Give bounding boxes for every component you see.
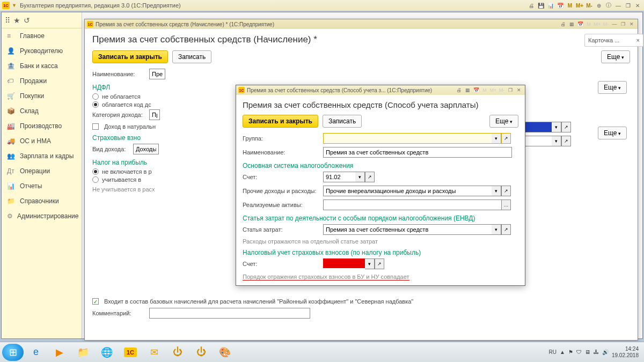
sidebar-item-assets[interactable]: 🚚ОС и НМА xyxy=(2,134,82,149)
m-plus-icon[interactable]: M+ xyxy=(489,87,497,93)
sidebar-item-purchases[interactable]: 🛒Покупки xyxy=(2,88,82,104)
sidebar-item-production[interactable]: 🏭Производство xyxy=(2,119,82,134)
name-input[interactable] xyxy=(149,69,165,79)
dropdown-icon[interactable]: ▾ xyxy=(552,122,561,132)
account2-selector[interactable]: ▾ ↗ xyxy=(323,258,384,269)
tray-sound-icon[interactable]: 🔊 xyxy=(602,349,609,355)
print-icon[interactable]: 🖨 xyxy=(455,87,463,93)
open-icon[interactable]: ↗ xyxy=(375,258,384,269)
save-icon[interactable]: 💾 xyxy=(537,2,545,9)
m-plus-icon[interactable]: M+ xyxy=(575,2,584,9)
chk-base[interactable]: Входит в состав базовых начислений для р… xyxy=(92,298,630,305)
side-tab-card[interactable]: Карточка ... × xyxy=(584,34,643,47)
dropdown-icon[interactable]: ▾ xyxy=(355,172,365,182)
sidebar-item-salary[interactable]: 👥Зарплата и кадры xyxy=(2,149,82,164)
maximize-icon[interactable]: ❐ xyxy=(619,21,627,27)
minimize-icon[interactable]: — xyxy=(611,21,618,27)
tray-lang[interactable]: RU xyxy=(549,349,557,355)
sidebar-item-operations[interactable]: ДтОперации xyxy=(2,164,82,179)
dropdown-icon[interactable]: ▾ xyxy=(552,136,561,146)
open-icon[interactable]: ↗ xyxy=(561,136,571,146)
save-close-button[interactable]: Записать и закрыть xyxy=(92,50,168,63)
close-icon[interactable]: ✕ xyxy=(628,21,635,27)
open-icon[interactable]: ↗ xyxy=(365,172,375,182)
start-button[interactable]: ⊞ xyxy=(2,344,24,361)
sidebar-item-bank[interactable]: 🏦Банк и касса xyxy=(2,58,82,73)
more-button-right-1[interactable]: Еще xyxy=(598,81,627,94)
cost-item-input[interactable] xyxy=(323,224,492,235)
modal-save-close-button[interactable]: Записать и закрыть xyxy=(243,115,318,128)
task-1c-icon[interactable]: 1C xyxy=(119,344,142,361)
open-icon[interactable]: ↗ xyxy=(501,133,511,144)
close-icon[interactable]: ✕ xyxy=(515,87,523,93)
print-icon[interactable]: 🖨 xyxy=(527,2,536,9)
dropdown-icon[interactable]: ▾ xyxy=(365,258,375,269)
task-ie-icon[interactable]: e xyxy=(25,344,47,361)
m-icon[interactable]: M xyxy=(585,21,592,27)
sidebar-item-sales[interactable]: 🏷Продажи xyxy=(2,73,82,88)
dropdown-icon[interactable]: ▾ xyxy=(492,133,501,144)
m-minus-icon[interactable]: M- xyxy=(498,87,506,93)
apps-icon[interactable]: ⠿ xyxy=(5,16,10,25)
m-icon[interactable]: M xyxy=(481,87,488,93)
dropdown-icon[interactable]: ▼ xyxy=(12,3,17,8)
open-icon[interactable]: ↗ xyxy=(501,186,511,196)
income-type-input[interactable] xyxy=(133,144,159,154)
m-minus-icon[interactable]: M- xyxy=(602,21,610,27)
open-icon[interactable]: ↗ xyxy=(561,122,571,132)
m-plus-icon[interactable]: M+ xyxy=(594,21,601,27)
task-power2-icon[interactable]: ⏻ xyxy=(190,344,213,361)
maximize-icon[interactable]: ❐ xyxy=(624,2,632,9)
account-selector[interactable]: ▾ ↗ xyxy=(323,172,375,182)
dropdown-icon[interactable]: ▾ xyxy=(492,186,501,196)
grid-icon[interactable]: ▦ xyxy=(464,87,471,93)
info-icon[interactable]: ⓘ xyxy=(604,2,613,9)
maximize-icon[interactable]: ❐ xyxy=(507,87,514,93)
modal-name-input[interactable] xyxy=(323,147,512,158)
print-icon[interactable]: 🖨 xyxy=(559,21,567,27)
target-icon[interactable]: ⊕ xyxy=(595,2,603,9)
close-icon[interactable]: × xyxy=(636,37,640,43)
sidebar-item-manager[interactable]: 👤Руководителю xyxy=(2,43,82,58)
sidebar-item-main[interactable]: ≡Главное xyxy=(2,28,82,43)
group-selector[interactable]: ▾ ↗ xyxy=(323,133,511,144)
tray-shield-icon[interactable]: 🛡 xyxy=(576,349,582,355)
group-input[interactable] xyxy=(323,133,492,144)
save-button[interactable]: Записать xyxy=(172,50,211,63)
ellipsis-icon[interactable]: … xyxy=(501,200,511,210)
tray-net-icon[interactable]: 🖧 xyxy=(594,349,599,355)
modal-more-button[interactable]: Еще xyxy=(489,115,518,128)
other-input[interactable] xyxy=(323,186,492,196)
other-selector[interactable]: ▾ ↗ xyxy=(323,186,511,196)
minimize-icon[interactable]: — xyxy=(614,2,623,9)
task-power-icon[interactable]: ⏻ xyxy=(166,344,189,361)
calendar-icon[interactable]: 📅 xyxy=(556,2,565,9)
tray-clock[interactable]: 14:24 19.02.2018 xyxy=(612,346,639,359)
grid-icon[interactable]: ▦ xyxy=(568,21,575,27)
history-icon[interactable]: ↺ xyxy=(24,16,30,25)
star-icon[interactable]: ★ xyxy=(13,16,20,25)
comment-input[interactable] xyxy=(149,308,310,319)
sidebar-item-reports[interactable]: 📊Отчеты xyxy=(2,179,82,194)
tray-flag-icon[interactable]: ⚑ xyxy=(568,349,573,355)
sidebar-item-references[interactable]: 📁Справочники xyxy=(2,194,82,209)
assets-selector[interactable]: … xyxy=(323,200,511,210)
sidebar-item-admin[interactable]: ⚙Администрирование xyxy=(2,209,82,224)
calendar-icon[interactable]: 📅 xyxy=(472,87,480,93)
sidebar-item-warehouse[interactable]: 📦Склад xyxy=(2,104,82,119)
assets-input[interactable] xyxy=(323,200,501,210)
close-icon[interactable]: ✕ xyxy=(633,2,642,9)
account-input[interactable] xyxy=(323,172,355,182)
calendar-icon[interactable]: 📅 xyxy=(576,21,584,27)
m-minus-icon[interactable]: M- xyxy=(585,2,594,9)
task-mail-icon[interactable]: ✉ xyxy=(143,344,165,361)
cost-item-selector[interactable]: ▾ ↗ xyxy=(323,224,511,235)
income-cat-input[interactable] xyxy=(149,109,160,120)
task-chrome-icon[interactable]: 🌐 xyxy=(96,344,118,361)
task-media-icon[interactable]: ▶ xyxy=(48,344,71,361)
dropdown-icon[interactable]: ▾ xyxy=(492,224,501,235)
modal-save-button[interactable]: Записать xyxy=(323,115,362,128)
m-icon[interactable]: M xyxy=(566,2,574,9)
tray-display-icon[interactable]: 🖥 xyxy=(585,349,590,355)
tray-up-icon[interactable]: ▲ xyxy=(560,349,565,355)
